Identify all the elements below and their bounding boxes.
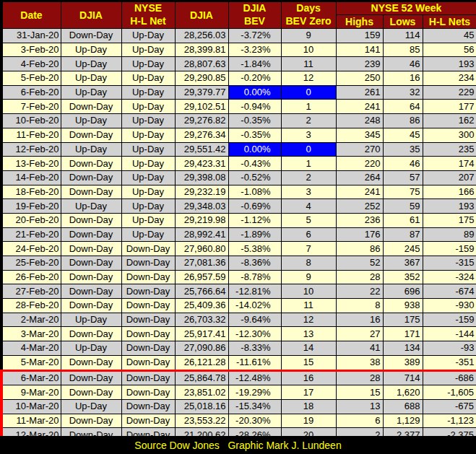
cell-52wk-highs: 52 [336, 256, 383, 271]
cell-52wk-hl-net: 193 [423, 199, 476, 214]
cell-djia-bev: 0.00% [228, 85, 281, 100]
cell-52wk-lows: 938 [383, 299, 423, 313]
cell-nyse-day: Up-Day [121, 57, 175, 71]
cell-djia-day: Down-Day [61, 227, 121, 242]
cell-days-bev-zero: 1 [281, 100, 336, 114]
cell-52wk-hl-net: 175 [423, 213, 476, 227]
table-row: 5-Mar-20Down-DayDown-Day26,121.28-11.61%… [1, 355, 476, 370]
table-row: 26-Feb-20Down-DayDown-Day26,957.59-8.78%… [1, 270, 476, 284]
cell-date: 10-Mar-20 [1, 399, 61, 414]
cell-52wk-hl-net: -315 [423, 256, 476, 271]
cell-djia-day: Down-Day [61, 29, 121, 43]
cell-52wk-lows: 134 [383, 341, 423, 356]
cell-nyse-day: Down-Day [121, 313, 175, 327]
header-bev-bottom: BEV [228, 15, 281, 29]
cell-djia-bev: -5.38% [228, 242, 281, 256]
cell-52wk-lows: 245 [383, 242, 423, 256]
cell-nyse-day: Up-Day [121, 213, 175, 227]
cell-nyse-day: Up-Day [121, 43, 175, 57]
cell-djia-day: Down-Day [61, 284, 121, 299]
cell-djia-close: 29,398.08 [175, 170, 228, 185]
cell-52wk-lows: 35 [383, 142, 423, 157]
cell-djia-close: 25,409.36 [175, 299, 228, 313]
cell-52wk-highs: 27 [336, 327, 383, 341]
table-row: 12-Feb-20Up-DayUp-Day29,551.420.00%02703… [1, 142, 476, 157]
cell-52wk-highs: 252 [336, 199, 383, 214]
cell-52wk-lows: 45 [383, 128, 423, 142]
table-row: 21-Feb-20Down-DayUp-Day28,992.41-1.89%61… [1, 227, 476, 242]
cell-days-bev-zero: 10 [281, 284, 336, 299]
table-row: 10-Feb-20Up-DayUp-Day29,276.82-0.35%2248… [1, 114, 476, 128]
header-days-top: Days [281, 1, 336, 15]
cell-djia-bev: -0.69% [228, 199, 281, 214]
table-row: 9-Mar-20Down-DayDown-Day23,851.02-19.29%… [1, 385, 476, 400]
cell-nyse-day: Down-Day [121, 399, 175, 414]
cell-djia-day: Down-Day [61, 256, 121, 271]
table-body: 31-Jan-20Down-DayUp-Day28,256.03-3.72%91… [1, 29, 476, 454]
cell-djia-bev: -20.30% [228, 414, 281, 428]
cell-djia-close: 29,102.51 [175, 100, 228, 114]
cell-52wk-highs: 241 [336, 100, 383, 114]
cell-djia-day: Down-Day [61, 270, 121, 284]
cell-date: 13-Feb-20 [1, 157, 61, 171]
cell-djia-close: 25,018.16 [175, 399, 228, 414]
cell-52wk-highs: 159 [336, 29, 383, 43]
cell-days-bev-zero: 9 [281, 29, 336, 43]
cell-nyse-day: Up-Day [121, 71, 175, 86]
cell-52wk-lows: 714 [383, 370, 423, 385]
cell-52wk-highs: 28 [336, 370, 383, 385]
cell-date: 5-Feb-20 [1, 71, 61, 86]
table-row: 3-Feb-20Up-DayUp-Day28,399.81-3.23%10141… [1, 43, 476, 57]
cell-djia-bev: -1.89% [228, 227, 281, 242]
cell-djia-day: Down-Day [61, 327, 121, 341]
cell-date: 19-Feb-20 [1, 199, 61, 214]
cell-days-bev-zero: 2 [281, 114, 336, 128]
header-djia-value: DJIA [175, 1, 228, 29]
table-row: 14-Feb-20Down-DayUp-Day29,398.08-0.52%22… [1, 170, 476, 185]
header-djia-day: DJIA [61, 1, 121, 29]
cell-52wk-highs: 15 [336, 385, 383, 400]
cell-djia-day: Down-Day [61, 128, 121, 142]
cell-date: 9-Mar-20 [1, 385, 61, 400]
table-row: 7-Feb-20Down-DayUp-Day29,102.51-0.94%124… [1, 100, 476, 114]
cell-52wk-lows: 175 [383, 313, 423, 327]
cell-days-bev-zero: 4 [281, 199, 336, 214]
cell-days-bev-zero: 3 [281, 128, 336, 142]
cell-days-bev-zero: 8 [281, 256, 336, 271]
cell-52wk-lows: 59 [383, 199, 423, 214]
table-row: 11-Feb-20Down-DayUp-Day29,276.34-0.35%33… [1, 128, 476, 142]
cell-djia-day: Down-Day [61, 100, 121, 114]
cell-date: 6-Mar-20 [1, 370, 61, 385]
cell-52wk-highs: 16 [336, 313, 383, 327]
cell-date: 28-Feb-20 [1, 299, 61, 313]
cell-days-bev-zero: 11 [281, 57, 336, 71]
cell-nyse-day: Up-Day [121, 170, 175, 185]
cell-djia-bev: -3.72% [228, 29, 281, 43]
cell-days-bev-zero: 17 [281, 385, 336, 400]
cell-52wk-lows: 1,620 [383, 385, 423, 400]
cell-days-bev-zero: 15 [281, 355, 336, 370]
cell-52wk-hl-net: 193 [423, 57, 476, 71]
cell-52wk-highs: 220 [336, 157, 383, 171]
cell-52wk-lows: 352 [383, 270, 423, 284]
cell-date: 21-Feb-20 [1, 227, 61, 242]
cell-djia-day: Up-Day [61, 85, 121, 100]
cell-djia-close: 23,553.22 [175, 414, 228, 428]
cell-52wk-hl-net: 234 [423, 71, 476, 86]
header-nyse-top: NYSE [121, 1, 175, 15]
djia-bev-table: Date DJIA NYSE DJIA DJIA Days NYSE 52 We… [0, 0, 476, 454]
cell-djia-bev: -3.23% [228, 43, 281, 57]
cell-djia-day: Up-Day [61, 199, 121, 214]
cell-djia-bev: -14.02% [228, 299, 281, 313]
cell-52wk-lows: 75 [383, 185, 423, 199]
cell-52wk-highs: 236 [336, 213, 383, 227]
table-row: 25-Feb-20Down-DayDown-Day27,081.36-8.36%… [1, 256, 476, 271]
cell-djia-day: Down-Day [61, 242, 121, 256]
cell-52wk-hl-net: 177 [423, 100, 476, 114]
cell-days-bev-zero: 13 [281, 327, 336, 341]
table-row: 10-Mar-20Up-DayDown-Day25,018.16-15.34%1… [1, 399, 476, 414]
cell-52wk-hl-net: 229 [423, 85, 476, 100]
cell-date: 25-Feb-20 [1, 256, 61, 271]
cell-days-bev-zero: 7 [281, 242, 336, 256]
cell-djia-close: 28,399.81 [175, 43, 228, 57]
